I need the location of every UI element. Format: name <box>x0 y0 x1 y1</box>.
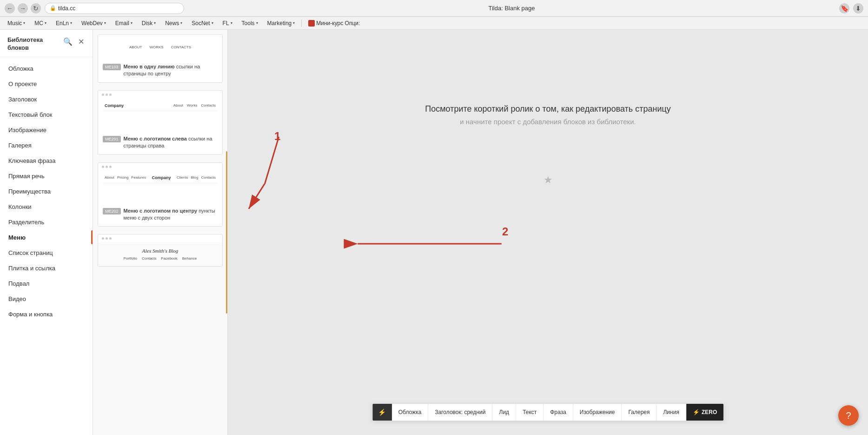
search-button[interactable]: 🔍 <box>62 36 73 47</box>
address-bar[interactable]: 🔒 tilda.cc <box>45 3 184 14</box>
sidebar-item-tile[interactable]: Плитка и ссылка <box>0 261 93 276</box>
fab-button[interactable]: ? <box>838 405 859 426</box>
block-card-me201[interactable]: Company About Works Contacts ME201 Меню … <box>98 90 223 155</box>
sidebar-item-menu[interactable]: Меню <box>0 230 93 245</box>
toolbar-btn-lid[interactable]: Лид <box>493 404 517 421</box>
sidebar-item-pagelist[interactable]: Список страниц <box>0 245 93 261</box>
sidebar-item-columns[interactable]: Колонки <box>0 199 93 214</box>
forward-button[interactable]: → <box>18 3 28 13</box>
dot <box>109 94 112 96</box>
sidebar-item-zagolovok[interactable]: Заголовок <box>0 92 93 107</box>
bookmark-music-label: Music <box>7 20 22 27</box>
bookmark-button[interactable]: 🔖 <box>839 3 849 13</box>
nav-about: ABOUT <box>129 45 142 49</box>
block-card-me202[interactable]: About Pricing Features Company Clients B… <box>98 162 223 227</box>
block-panel: ABOUT WORKS CONTACTS ME103 Меню в одну л… <box>93 30 228 435</box>
toolbar-btn-line[interactable]: Линия <box>656 404 686 421</box>
company-center: Company <box>146 175 177 180</box>
link-features: Features <box>131 175 146 180</box>
bookmark-minicourse-label: Мини-курс Опци: <box>316 20 360 27</box>
block-info-me202: ME202 Меню с логотипом по центру пункты … <box>98 204 222 227</box>
sidebar-item-advantages[interactable]: Преимущества <box>0 184 93 199</box>
reload-button[interactable]: ↻ <box>31 3 41 13</box>
link-works: Works <box>187 103 198 107</box>
bookmark-webdev[interactable]: WebDev ▾ <box>78 19 110 27</box>
right-links: Clients Blog Contacts <box>177 175 216 180</box>
nav-contacts: CONTACTS <box>171 45 191 49</box>
sidebar-item-textblock[interactable]: Текстовый блок <box>0 107 93 122</box>
block-card-me103[interactable]: ABOUT WORKS CONTACTS ME103 Меню в одну л… <box>98 34 223 83</box>
block-card-blog[interactable]: Alex Smith's Blog Portfolio Contacts Fac… <box>98 234 223 267</box>
sidebar-item-izobrazhenie[interactable]: Изображение <box>0 122 93 138</box>
center-area: ABOUT WORKS CONTACTS ME103 Меню в одну л… <box>93 30 868 435</box>
toolbar-btn-oblozhka[interactable]: Обложка <box>392 404 429 421</box>
bookmark-email[interactable]: Email ▾ <box>112 19 136 27</box>
bookmark-minicourse[interactable]: Мини-курс Опци: <box>305 19 364 27</box>
nav-label: Обложка <box>8 65 33 72</box>
block-desc: Меню в одну линию ссылки на страницы по … <box>124 63 218 78</box>
bottom-toolbar: ⚡ Обложка Заголовок: средний Лид Текст Ф… <box>372 403 724 421</box>
zero-dark-btn[interactable]: ⚡ <box>372 404 392 421</box>
chevron-down-icon: ▾ <box>256 21 258 25</box>
star-icon: ★ <box>543 174 553 186</box>
browser-right: 🔖 ⬇ <box>839 3 863 13</box>
sidebar-item-footer[interactable]: Подвал <box>0 276 93 291</box>
close-button[interactable]: ✕ <box>77 36 85 47</box>
chevron-down-icon: ▾ <box>154 21 156 25</box>
sidebar-item-galereya[interactable]: Галерея <box>0 138 93 153</box>
separator <box>301 20 302 27</box>
nav-label: Разделитель <box>8 219 44 226</box>
link-contacts: Contacts <box>201 175 216 180</box>
bookmark-mc[interactable]: MC ▾ <box>31 19 50 27</box>
download-button[interactable]: ⬇ <box>853 3 863 13</box>
link-about: About <box>105 175 114 180</box>
nav-label: Колонки <box>8 203 32 210</box>
nav-label: Изображение <box>8 127 46 134</box>
nav-links: About Works Contacts <box>173 103 216 107</box>
chevron-down-icon: ▾ <box>23 21 25 25</box>
zero-icon: ⚡ <box>693 409 700 415</box>
chevron-down-icon: ▾ <box>293 21 295 25</box>
link-blog: Blog <box>191 175 198 180</box>
sidebar: Библиотекаблоков 🔍 ✕ Обложка О проекте З… <box>0 30 93 435</box>
link-about: About <box>173 103 183 107</box>
sidebar-item-oblozhka[interactable]: Обложка <box>0 61 93 76</box>
panel-scrollbar[interactable] <box>226 151 227 313</box>
sidebar-item-keyphrase[interactable]: Ключевая фраза <box>0 153 93 168</box>
bookmark-enln[interactable]: EnLn ▾ <box>52 19 76 27</box>
lock-icon: 🔒 <box>50 5 56 11</box>
nav-label: Прямая речь <box>8 173 45 180</box>
back-button[interactable]: ← <box>5 3 15 13</box>
toolbar-btn-phrase[interactable]: Фраза <box>543 404 573 421</box>
link-pricing: Pricing <box>117 175 128 180</box>
nav-label: О проекте <box>8 80 37 87</box>
block-desc: Меню с логотипом по центру пункты меню с… <box>124 207 218 222</box>
bookmark-tools[interactable]: Tools ▾ <box>238 19 262 27</box>
bookmark-socnet[interactable]: SocNet ▾ <box>188 19 217 27</box>
nav-label: Меню <box>8 234 26 241</box>
sidebar-item-quote[interactable]: Прямая речь <box>0 168 93 184</box>
zero-label-btn[interactable]: ⚡ ZERO <box>686 404 723 421</box>
blog-links: Portfolio Contacts Facebook Behance <box>104 256 217 261</box>
bookmark-webdev-label: WebDev <box>81 20 103 27</box>
bookmark-disk[interactable]: Disk ▾ <box>138 19 159 27</box>
bookmark-fl-label: FL <box>223 20 229 27</box>
block-desc: Меню с логотипом слева ссылки на страниц… <box>124 135 218 150</box>
sidebar-item-oproekte[interactable]: О проекте <box>0 76 93 92</box>
bookmark-fl[interactable]: FL ▾ <box>219 19 236 27</box>
nav-label: Текстовый блок <box>8 111 52 118</box>
canvas-center-text: Посмотрите короткий ролик о том, как ред… <box>425 104 671 126</box>
toolbar-btn-text[interactable]: Текст <box>516 404 543 421</box>
toolbar-btn-gallery[interactable]: Галерея <box>622 404 656 421</box>
bookmark-disk-label: Disk <box>142 20 152 27</box>
sidebar-item-divider[interactable]: Разделитель <box>0 214 93 230</box>
sidebar-item-forms[interactable]: Форма и кнопка <box>0 307 93 322</box>
toolbar-btn-zagolovok[interactable]: Заголовок: средний <box>428 404 492 421</box>
toolbar-btn-image[interactable]: Изображение <box>573 404 622 421</box>
bookmark-news[interactable]: News ▾ <box>161 19 186 27</box>
block-preview-me201: Company About Works Contacts <box>98 99 222 132</box>
sidebar-item-video[interactable]: Видео <box>0 291 93 307</box>
bookmark-music[interactable]: Music ▾ <box>4 19 29 27</box>
bookmark-marketing[interactable]: Marketing ▾ <box>264 19 299 27</box>
dot <box>106 166 108 168</box>
